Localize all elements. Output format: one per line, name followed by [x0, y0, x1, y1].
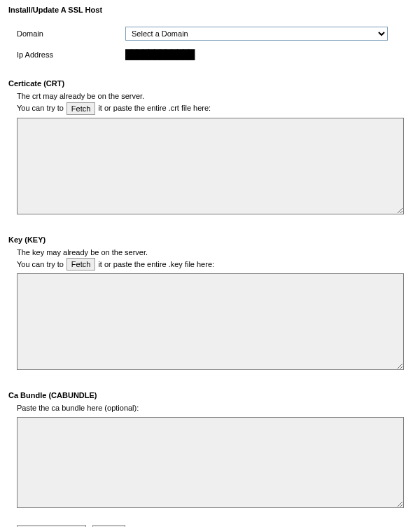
reset-button[interactable]: Reset: [92, 525, 125, 528]
ip-value: ████████████: [125, 49, 195, 60]
key-fetch-button[interactable]: Fetch: [66, 258, 96, 271]
key-help-line2: You can try to Fetch it or paste the ent…: [17, 258, 412, 271]
cabundle-heading: Ca Bundle (CABUNDLE): [8, 391, 412, 399]
key-help-line1: The key may already be on the server.: [17, 247, 412, 259]
install-certificate-button[interactable]: Install Certificate: [17, 525, 86, 528]
crt-help-line2: You can try to Fetch it or paste the ent…: [17, 102, 412, 115]
crt-help-post: it or paste the entire .crt file here:: [98, 102, 211, 114]
key-help-pre: You can try to: [17, 259, 64, 271]
ip-row: Ip Address ████████████: [8, 49, 412, 60]
key-help-post: it or paste the entire .key file here:: [98, 259, 214, 271]
page-title: Install/Update A SSL Host: [8, 6, 412, 14]
cabundle-helper: Paste the ca bundle here (optional):: [8, 402, 412, 414]
cabundle-help-line1: Paste the ca bundle here (optional):: [17, 402, 412, 414]
domain-label: Domain: [17, 29, 125, 38]
crt-fetch-button[interactable]: Fetch: [66, 102, 96, 115]
crt-heading: Certicate (CRT): [8, 79, 412, 88]
key-helper: The key may already be on the server. Yo…: [8, 247, 412, 271]
crt-help-pre: You can try to: [17, 102, 64, 114]
key-heading: Key (KEY): [8, 235, 412, 244]
ip-label: Ip Address: [17, 50, 125, 59]
domain-row: Domain Select a Domain: [8, 27, 412, 41]
crt-textarea[interactable]: [17, 118, 404, 214]
action-row: Install Certificate Reset: [8, 525, 412, 528]
key-textarea[interactable]: [17, 273, 404, 370]
crt-help-line1: The crt may already be on the server.: [17, 90, 412, 102]
crt-helper: The crt may already be on the server. Yo…: [8, 90, 412, 115]
domain-select[interactable]: Select a Domain: [125, 27, 388, 41]
cabundle-textarea[interactable]: [17, 417, 404, 508]
